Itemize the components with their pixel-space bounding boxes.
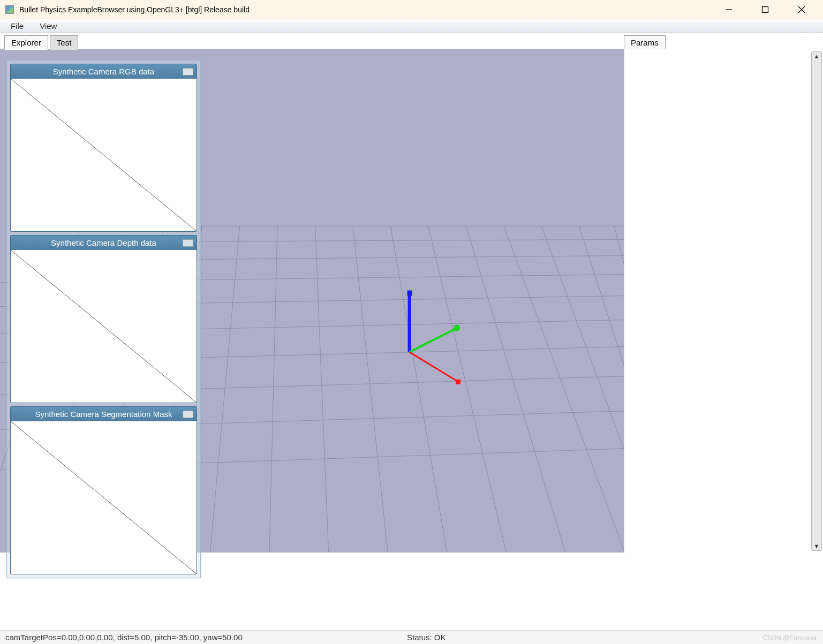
params-scrollbar[interactable]: ▲ ▼	[811, 51, 822, 551]
menu-bar: File View	[0, 19, 823, 33]
svg-line-18	[210, 226, 239, 553]
panel-segmentation-toggle[interactable]	[183, 411, 193, 418]
panel-depth-header[interactable]: Synthetic Camera Depth data	[10, 235, 197, 250]
window-buttons	[718, 2, 812, 17]
watermark: CSDN @Eunoiaaa	[763, 634, 817, 642]
svg-line-27	[579, 226, 625, 435]
menu-file[interactable]: File	[11, 21, 24, 31]
svg-line-28	[614, 226, 625, 349]
panel-depth-toggle[interactable]	[183, 239, 193, 247]
window-titlebar: Bullet Physics ExampleBrowser using Open…	[0, 0, 823, 19]
status-text: Status: OK	[407, 633, 446, 642]
tab-test[interactable]: Test	[50, 35, 79, 50]
panel-rgb-toggle[interactable]	[183, 68, 193, 75]
svg-line-36	[11, 250, 197, 403]
svg-rect-30	[407, 290, 412, 296]
camera-preview-dock[interactable]: Synthetic Camera RGB data Synthetic Came…	[6, 60, 201, 578]
scroll-up-icon[interactable]: ▲	[812, 52, 821, 60]
svg-line-21	[353, 226, 388, 553]
minimize-button[interactable]	[718, 2, 739, 17]
status-bar: camTargetPos=0.00,0.00,0.00, dist=5.00, …	[0, 630, 823, 644]
svg-line-31	[410, 329, 456, 352]
panel-segmentation-body	[10, 421, 197, 574]
right-tab-strip: Params	[624, 35, 811, 49]
svg-line-22	[390, 226, 447, 553]
window-title: Bullet Physics ExampleBrowser using Open…	[19, 5, 718, 14]
left-tab-strip: Explorer Test	[4, 35, 80, 50]
app-icon	[5, 5, 14, 14]
panel-rgb-body	[10, 79, 197, 232]
menu-view[interactable]: View	[40, 21, 57, 31]
panel-segmentation-header[interactable]: Synthetic Camera Segmentation Mask	[10, 406, 197, 421]
panel-depth: Synthetic Camera Depth data	[10, 235, 197, 403]
svg-line-35	[11, 79, 197, 231]
svg-line-19	[269, 226, 277, 553]
panel-rgb-title: Synthetic Camera RGB data	[53, 67, 154, 76]
svg-point-32	[454, 325, 460, 331]
panel-depth-body	[10, 250, 197, 403]
tab-params[interactable]: Params	[624, 35, 666, 49]
svg-rect-34	[456, 380, 460, 384]
svg-line-26	[541, 226, 625, 510]
panel-rgb-header[interactable]: Synthetic Camera RGB data	[10, 64, 197, 79]
maximize-button[interactable]	[754, 2, 776, 17]
tab-explorer[interactable]: Explorer	[4, 35, 48, 50]
svg-line-20	[315, 226, 329, 553]
svg-rect-1	[762, 6, 768, 12]
params-panel: ▲ ▼	[624, 49, 823, 553]
panel-depth-title: Synthetic Camera Depth data	[51, 238, 156, 247]
panel-segmentation-title: Synthetic Camera Segmentation Mask	[35, 410, 172, 419]
svg-line-23	[428, 226, 507, 553]
panel-segmentation: Synthetic Camera Segmentation Mask	[10, 406, 197, 574]
close-button[interactable]	[791, 2, 812, 17]
panel-rgb: Synthetic Camera RGB data	[10, 64, 197, 232]
scroll-down-icon[interactable]: ▼	[812, 542, 821, 550]
status-camera-info: camTargetPos=0.00,0.00,0.00, dist=5.00, …	[0, 633, 407, 642]
svg-line-37	[11, 421, 197, 574]
